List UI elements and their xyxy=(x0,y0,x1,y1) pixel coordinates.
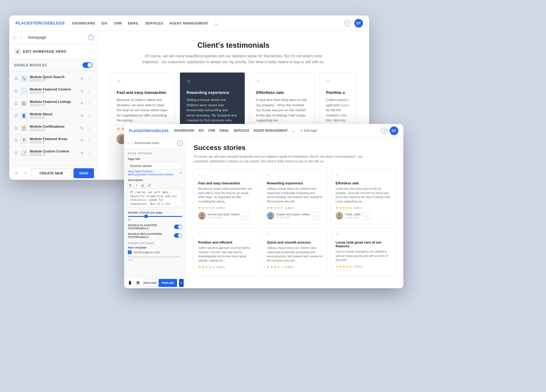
module-info: Module Certifications 2020-05-07 xyxy=(30,125,76,132)
bold-btn[interactable]: B xyxy=(128,183,133,188)
nav2-crm[interactable]: CRM xyxy=(208,129,215,132)
underline-btn[interactable]: U xyxy=(140,183,145,188)
star: ★ xyxy=(342,206,345,209)
help-icon[interactable]: ? xyxy=(344,20,351,26)
module-name: Module Certifications xyxy=(30,125,76,128)
enable-realsatisfied-toggle[interactable] xyxy=(174,233,182,238)
description-textarea[interactable]: Of course, we sell many beautiful proper… xyxy=(128,189,182,207)
back-icon[interactable]: ‹ xyxy=(20,35,25,40)
module-name: Module Featured Listings xyxy=(30,100,76,104)
enable-modules-toggle[interactable] xyxy=(83,62,92,68)
discard-button[interactable]: DISCARD xyxy=(143,279,157,287)
more-module-btn[interactable]: ⋮ xyxy=(86,113,92,119)
nav-more[interactable]: ... xyxy=(215,21,218,25)
nav-email[interactable]: EMAIL xyxy=(128,21,139,25)
save-button[interactable]: SAVE xyxy=(74,168,94,178)
create-new-button[interactable]: CREATE NEW xyxy=(32,168,71,178)
home-icon-2[interactable]: ⌂ xyxy=(127,141,129,145)
module-item[interactable]: 📍 Module Featured Areas 2020-05-07 ✎ ⋮ xyxy=(9,134,97,147)
module-about-icon: 👤 xyxy=(20,112,27,119)
edit-slug-icon[interactable]: ✎ xyxy=(180,171,182,174)
module-item[interactable]: 🔍 Module Quick Search 2020-05-07 ✎ ⋮ xyxy=(9,73,97,85)
user-avatar-2[interactable]: DT xyxy=(390,126,398,135)
module-actions: ✎ ⋮ xyxy=(79,150,92,156)
star: ★ xyxy=(267,265,270,269)
num-posts-slider[interactable] xyxy=(128,216,182,217)
module-item[interactable]: 👤 Module About 2020-05-07 ✎ ⋮ xyxy=(9,110,97,122)
home-icon[interactable]: ⌂ xyxy=(13,35,18,40)
edit-module-btn[interactable]: ✎ xyxy=(79,125,85,131)
more-module-btn[interactable]: ⋮ xyxy=(86,138,92,144)
info-icon[interactable]: i xyxy=(88,35,94,40)
module-actions: ✎ ⋮ xyxy=(79,88,92,94)
edit-module-btn[interactable]: ✎ xyxy=(79,76,85,82)
nav2-dashboard[interactable]: DASHBOARD xyxy=(174,129,194,132)
nav2-idx[interactable]: IDX xyxy=(199,129,204,132)
publish-button[interactable]: PUBLISH xyxy=(159,279,177,287)
star: ★ xyxy=(280,265,283,269)
edit-hero-section[interactable]: ▤ EDIT HOMEPAGE HERO → xyxy=(9,44,97,59)
set-main-checkbox[interactable]: ✓ xyxy=(128,250,132,254)
module-certifications-icon: 🏆 xyxy=(20,125,27,132)
mobile-icon-2[interactable]: 📱 xyxy=(127,280,133,286)
module-quick-search-icon: 🔍 xyxy=(20,75,27,82)
module-actions: ✎ ⋮ xyxy=(79,138,92,144)
desktop-icon-2[interactable]: 💻 xyxy=(135,280,141,286)
nav-crm[interactable]: CRM xyxy=(114,21,122,25)
back-icon-2[interactable]: ‹ xyxy=(131,141,132,145)
edit-module-btn[interactable]: ✎ xyxy=(79,88,85,94)
italic-btn[interactable]: I xyxy=(134,183,139,188)
nav-agent-management[interactable]: AGENT MANAGEMENT xyxy=(169,21,208,25)
module-name: Module Custom Content xyxy=(30,149,76,153)
success-card-footer: Charlie And Justice, Sellers 27 Nov 2019… xyxy=(267,212,322,219)
more-module-btn[interactable]: ⋮ xyxy=(86,150,92,156)
more-module-btn[interactable]: ⋮ xyxy=(86,76,92,82)
rating-value: 4.5/5.0 xyxy=(216,266,225,269)
star: ★ xyxy=(198,265,201,269)
nav2-agent-management[interactable]: AGENT MANAGEMENT xyxy=(253,129,288,132)
nav2-email[interactable]: EMAIL xyxy=(220,129,229,132)
page-breadcrumb: Homepage xyxy=(28,35,86,40)
nav2-more[interactable]: ... xyxy=(292,129,295,132)
module-item[interactable]: 📝 Module Custom Content 2020-05-07 ✎ ⋮ xyxy=(9,147,97,159)
module-item[interactable]: 📄 Module Featured Content 2020-05-07 ✎ ⋮ xyxy=(9,85,97,97)
star-1: ★ xyxy=(117,127,120,131)
more-module-btn[interactable]: ⋮ xyxy=(86,88,92,94)
edit-module-btn[interactable]: ✎ xyxy=(79,113,85,119)
module-item[interactable]: 🏠 Module Featured Listings 2020-05-07 ✎ … xyxy=(9,97,97,110)
view-card-btn[interactable]: → xyxy=(241,212,249,219)
module-item[interactable]: 🏆 Module Certifications 2020-05-07 ✎ ⋮ xyxy=(9,122,97,134)
card-body: Selling a house where our children were … xyxy=(186,97,238,128)
star: ★ xyxy=(346,265,349,268)
more-module-btn[interactable]: ⋮ xyxy=(86,100,92,107)
user-avatar[interactable]: DT xyxy=(354,19,363,28)
edit-module-btn[interactable]: ✎ xyxy=(79,100,85,107)
publish-more-button[interactable]: ▾ xyxy=(179,279,184,287)
edit-page-button[interactable]: ✎ Edit page xyxy=(300,129,317,132)
help-icon-2[interactable]: ? xyxy=(381,128,387,134)
nav-idx[interactable]: IDX xyxy=(101,21,107,25)
link-btn[interactable]: 🔗 xyxy=(146,183,151,188)
info-icon-2[interactable]: i xyxy=(177,140,183,146)
desktop-preview-icon[interactable]: □ xyxy=(22,170,29,177)
mobile-preview-icon[interactable]: ⎋ xyxy=(13,170,20,177)
edit-module-btn[interactable]: ✎ xyxy=(79,150,85,156)
view-card-btn[interactable]: → xyxy=(312,212,320,219)
success-card-3: " Effortless sale It took less than thir… xyxy=(331,169,396,224)
sidebar-2: ⌂ ‹ testimonials-index i PAGE OPTIONS Pa… xyxy=(124,138,186,288)
quote-sm: " xyxy=(336,173,391,179)
page-select[interactable]: testimonials-index xyxy=(134,141,175,145)
testimonials-desc: Of course, we sell many beautiful proper… xyxy=(141,53,327,65)
nav-dashboard[interactable]: DASHBOARD xyxy=(72,21,95,25)
star: ★ xyxy=(280,206,283,209)
nav2-services[interactable]: SERVICES xyxy=(234,129,249,132)
view-card-btn[interactable]: → xyxy=(363,212,370,219)
more-module-btn[interactable]: ⋮ xyxy=(86,125,92,131)
module-name: Module Featured Areas xyxy=(30,137,76,141)
edit-module-btn[interactable]: ✎ xyxy=(79,138,85,144)
nav-services[interactable]: SERVICES xyxy=(145,21,163,25)
enable-placester-toggle[interactable] xyxy=(174,225,182,229)
slider-thumb[interactable] xyxy=(144,214,148,218)
page-title-input[interactable] xyxy=(128,162,182,170)
drag-handle xyxy=(14,102,18,105)
